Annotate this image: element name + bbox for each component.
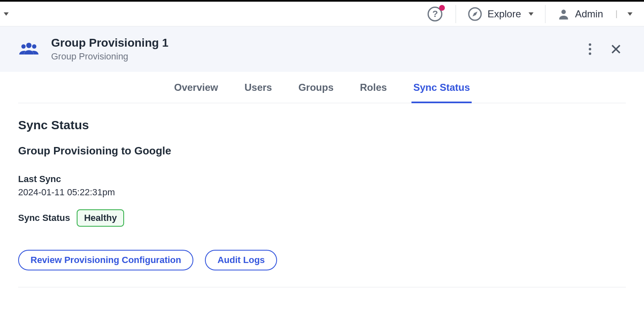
explore-label: Explore	[487, 8, 521, 20]
sync-status-row: Sync Status Healthy	[18, 209, 626, 227]
tab-overview[interactable]: Overview	[172, 72, 220, 103]
tab-groups[interactable]: Groups	[297, 72, 335, 103]
svg-point-2	[561, 9, 566, 14]
last-sync-label: Last Sync	[18, 174, 626, 185]
page-subtitle: Group Provisioning	[51, 51, 169, 62]
separator: |	[608, 9, 620, 19]
tab-sync-status[interactable]: Sync Status	[411, 72, 471, 103]
caret-down-icon	[628, 12, 632, 16]
last-sync-value: 2024-01-11 05:22:31pm	[18, 187, 626, 198]
page-title: Group Provisioning 1	[51, 36, 169, 50]
notification-badge	[439, 5, 445, 11]
close-icon[interactable]	[610, 43, 622, 55]
help-button[interactable]: ?	[427, 6, 443, 22]
divider	[18, 287, 626, 287]
section-subheading: Group Provisioning to Google	[18, 145, 626, 157]
explore-menu[interactable]: Explore	[456, 2, 545, 26]
user-menu[interactable]: Admin |	[545, 2, 644, 26]
user-icon	[557, 7, 570, 21]
status-badge: Healthy	[77, 209, 124, 227]
audit-logs-button[interactable]: Audit Logs	[205, 250, 277, 270]
svg-marker-1	[472, 12, 477, 17]
review-config-button[interactable]: Review Provisioning Configuration	[18, 250, 193, 270]
caret-down-icon	[529, 12, 534, 16]
tab-roles[interactable]: Roles	[358, 72, 388, 103]
section-heading: Sync Status	[18, 118, 626, 132]
svg-point-5	[32, 44, 36, 48]
sync-status-label: Sync Status	[18, 213, 70, 223]
nav-dropdown-caret[interactable]	[1, 12, 9, 16]
svg-point-4	[26, 43, 32, 48]
last-sync-block: Last Sync 2024-01-11 05:22:31pm	[18, 174, 626, 198]
more-actions-button[interactable]	[586, 41, 594, 57]
compass-icon	[468, 7, 482, 21]
group-icon	[18, 41, 40, 57]
svg-point-3	[21, 44, 26, 48]
tab-users[interactable]: Users	[243, 72, 274, 103]
tabs: Overview Users Groups Roles Sync Status	[18, 72, 626, 103]
content-area: Sync Status Group Provisioning to Google…	[0, 103, 644, 302]
top-navigation: ? Explore Admin |	[0, 2, 644, 26]
page-header: Group Provisioning 1 Group Provisioning	[0, 26, 644, 72]
action-buttons: Review Provisioning Configuration Audit …	[18, 250, 626, 270]
caret-down-icon	[4, 12, 9, 16]
user-label: Admin	[575, 8, 603, 20]
page-header-titles: Group Provisioning 1 Group Provisioning	[51, 36, 169, 62]
